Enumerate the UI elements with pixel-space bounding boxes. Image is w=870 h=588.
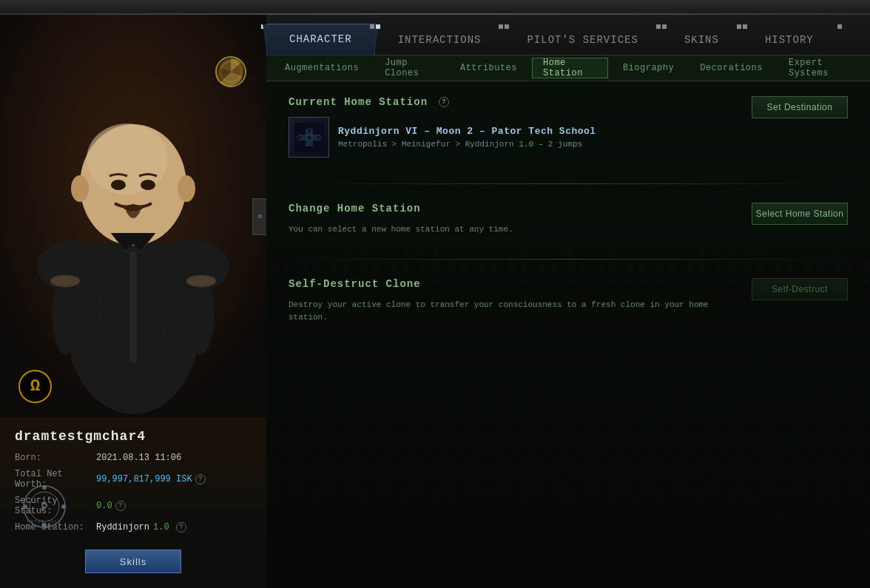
svg-line-41 [685,337,759,366]
svg-line-42 [648,410,722,425]
select-home-station-action: Select Home Station [744,203,848,225]
station-name: Ryddinjorn VI – Moon 2 – Pator Tech Scho… [338,126,596,137]
tab-corner-left [263,24,267,55]
security-value: 0.0 [96,501,112,511]
omega-badge: Ω [18,370,52,403]
pator-logo-area: P PATOR TECH SCHOOL [22,484,67,533]
sub-navigation-tabs: Augmentations Jump Clones Attributes Hom… [266,55,870,81]
tab-character[interactable]: Character [266,24,375,55]
self-destruct-content: Self-Destruct Clone Destroy your active … [289,278,744,325]
svg-point-21 [61,504,66,509]
net-worth-value: 99,997,817,999 ISK [96,474,192,484]
divider-1 [289,183,848,184]
subtab-expert-systems[interactable]: Expert Systems [778,58,863,78]
svg-point-48 [306,135,312,141]
tab-pilot-services[interactable]: Pilot's Services [504,24,661,55]
svg-rect-50 [317,136,323,139]
station-path-text: Metropolis > Meinigefur > Ryddinjorn [338,140,514,149]
current-station-help-icon[interactable]: ? [439,97,449,107]
subtab-attributes[interactable]: Attributes [449,58,528,78]
svg-point-8 [141,180,155,190]
left-panel: Ω « dramtestgmchar4 Born: 2021.08.13 11:… [0,15,266,588]
svg-point-10 [178,175,195,202]
subtab-biography[interactable]: Biography [612,58,685,78]
top-bar-decoration [0,13,870,15]
station-details: Ryddinjorn VI – Moon 2 – Pator Tech Scho… [338,126,596,149]
tab-interactions[interactable]: Interactions [375,24,505,55]
current-home-station-content: Current Home Station ? [289,96,744,161]
tab-character-label: Character [289,33,352,45]
svg-rect-49 [296,136,302,139]
svg-point-34 [559,476,561,479]
net-worth-help-icon[interactable]: ? [195,474,206,484]
svg-point-9 [71,175,89,202]
faction-logo-icon [215,55,248,89]
station-row: Ryddinjorn VI – Moon 2 – Pator Tech Scho… [289,117,744,158]
svg-text:SCHOOL: SCHOOL [36,524,53,529]
svg-line-39 [537,329,611,351]
svg-text:PATOR TECH: PATOR TECH [27,519,61,524]
pator-tech-school-logo: P PATOR TECH SCHOOL [22,484,67,529]
self-destruct-button[interactable]: Self-Destruct [752,278,848,300]
svg-line-43 [574,403,648,425]
svg-point-18 [42,485,47,490]
svg-point-12 [50,275,80,287]
station-thumbnail [289,117,329,158]
content-area: Current Home Station ? [266,81,870,588]
skills-button[interactable]: Skills [85,550,181,573]
top-bar [0,0,870,15]
home-station-security: 1.0 [153,522,169,533]
svg-point-36 [707,484,709,486]
main-container: Ω « dramtestgmchar4 Born: 2021.08.13 11:… [0,15,870,588]
station-security-tag: 1.0 [519,140,533,149]
tab-history[interactable]: History [742,24,837,55]
subtab-jump-clones[interactable]: Jump Clones [374,58,445,78]
faction-icon-svg [215,55,248,89]
self-destruct-title: Self-Destruct Clone [289,278,744,290]
svg-point-38 [847,476,849,479]
character-portrait: Ω « [0,15,266,418]
svg-point-6 [87,124,168,195]
svg-point-13 [186,275,216,287]
current-home-station-title-text: Current Home Station [289,96,428,108]
svg-point-20 [23,504,27,509]
subtab-home-station-label: Home Station [543,58,597,78]
home-station-value: Ryddinjorn [96,522,149,533]
main-navigation-tabs: Character Interactions Pilot's Services … [266,15,870,55]
born-row: Born: 2021.08.13 11:06 [15,453,252,463]
station-path: Metropolis > Meinigefur > Ryddinjorn 1.0… [338,140,596,149]
home-station-help-icon[interactable]: ? [176,522,186,533]
svg-point-33 [795,439,798,442]
tab-skins-label: Skins [684,34,719,46]
change-home-station-desc: You can select a new home station at any… [289,223,744,237]
subtab-jump-clones-label: Jump Clones [385,58,434,78]
change-home-station-title: Change Home Station [289,203,744,214]
tab-history-label: History [765,34,814,46]
set-destination-action: Set Destination [744,96,848,118]
subtab-decorations[interactable]: Decorations [689,58,774,78]
current-home-station-section: Current Home Station ? [289,96,848,161]
tab-skins[interactable]: Skins [661,24,742,55]
subtab-home-station[interactable]: Home Station [532,58,608,78]
station-jumps: – 2 jumps [539,140,582,149]
svg-point-37 [780,513,783,516]
collapse-icon: « [257,212,263,222]
divider-2 [289,259,848,260]
svg-rect-11 [129,251,137,362]
background-map [500,292,870,588]
set-destination-button[interactable]: Set Destination [752,96,848,118]
subtab-expert-systems-label: Expert Systems [789,58,852,78]
right-panel: Character Interactions Pilot's Services … [266,15,870,588]
collapse-panel-button[interactable]: « [252,198,266,235]
self-destruct-section: Self-Destruct Clone Destroy your active … [289,278,848,325]
character-name: dramtestgmchar4 [15,429,252,444]
subtab-decorations-label: Decorations [700,63,763,73]
subtab-augmentations-label: Augmentations [285,63,359,73]
security-help-icon[interactable]: ? [115,501,126,511]
svg-point-7 [111,180,126,190]
subtab-augmentations[interactable]: Augmentations [274,58,370,78]
born-label: Born: [15,453,96,463]
subtab-attributes-label: Attributes [460,63,517,73]
svg-point-29 [832,342,834,345]
select-home-station-button[interactable]: Select Home Station [752,203,848,225]
